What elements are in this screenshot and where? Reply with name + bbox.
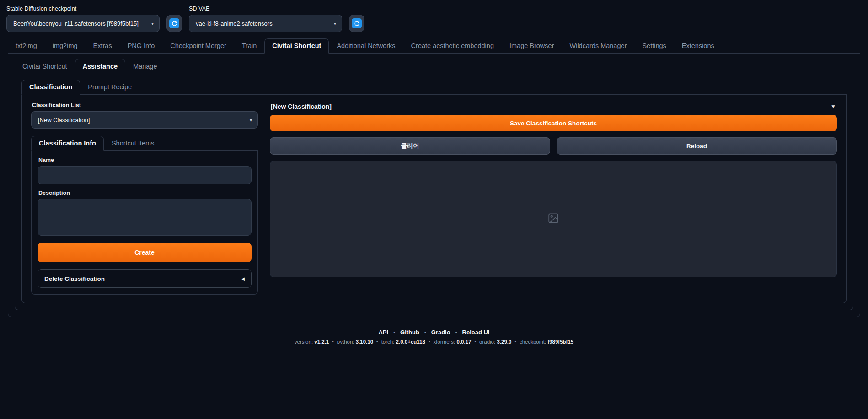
tab-settings[interactable]: Settings (634, 38, 674, 54)
xformers-value: 0.0.17 (457, 339, 472, 344)
tab-create-aesthetic-embedding[interactable]: Create aesthetic embedding (403, 38, 502, 54)
image-placeholder-icon (547, 212, 559, 226)
checkpoint-hash-value: f989f5bf15 (547, 339, 573, 344)
tab-shortcut-items[interactable]: Shortcut Items (104, 136, 162, 151)
vae-dropdown-value: vae-kl-f8-anime2.safetensors (196, 20, 273, 27)
description-label: Description (38, 190, 252, 196)
checkpoint-dropdown[interactable]: BeenYou\beenyou_r11.safetensors [f989f5b… (6, 15, 160, 32)
name-field[interactable] (38, 166, 252, 184)
separator-dot: • (393, 329, 395, 335)
subtab-manage[interactable]: Manage (125, 59, 165, 74)
api-link[interactable]: API (378, 329, 388, 336)
classification-shortcuts-accordion[interactable]: [New Classification] ▼ (271, 103, 836, 110)
name-label: Name (38, 157, 252, 163)
civitai-shortcut-panel: Civitai Shortcut Assistance Manage Class… (8, 54, 860, 317)
assistance-panel: Classification Prompt Recipe Classificat… (15, 74, 853, 310)
gradio-label: gradio: (479, 339, 495, 344)
subtab-assistance[interactable]: Assistance (75, 59, 126, 74)
classification-info-panel: Name Description Create Delete Classific… (31, 151, 258, 295)
vae-dropdown[interactable]: vae-kl-f8-anime2.safetensors ▾ (189, 15, 342, 32)
tab-txt2img[interactable]: txt2img (8, 38, 45, 54)
tab-img2img[interactable]: img2img (45, 38, 86, 54)
classification-list-dropdown-value: [New Classification] (38, 117, 90, 124)
separator-dot: • (455, 329, 457, 335)
gallery-actions-row: 클리어 Reload (270, 137, 837, 155)
github-link[interactable]: Github (400, 329, 419, 336)
tab-checkpoint-merger[interactable]: Checkpoint Merger (162, 38, 234, 54)
xformers-label: xformers: (433, 339, 455, 344)
main-tab-bar: txt2img img2img Extras PNG Info Checkpoi… (8, 38, 860, 54)
shortcuts-gallery[interactable] (270, 161, 837, 277)
create-button[interactable]: Create (38, 243, 252, 262)
classification-panel: Classification List [New Classification]… (21, 95, 847, 303)
tab-wildcards-manager[interactable]: Wildcards Manager (562, 38, 634, 54)
separator-dot: • (429, 339, 430, 344)
reload-ui-link[interactable]: Reload UI (462, 329, 490, 336)
refresh-icon (352, 18, 362, 28)
refresh-checkpoint-button[interactable] (166, 15, 182, 32)
footer-links: API•Github•Gradio•Reload UI (0, 329, 868, 336)
civitai-sub-tab-bar: Civitai Shortcut Assistance Manage (15, 59, 853, 74)
chevron-down-icon: ▾ (250, 118, 252, 123)
chevron-down-icon: ▾ (151, 21, 154, 26)
separator-dot: • (514, 339, 516, 344)
delete-classification-label: Delete Classification (44, 275, 105, 282)
refresh-vae-button[interactable] (349, 15, 364, 32)
footer: API•Github•Gradio•Reload UI version: v1.… (0, 329, 868, 344)
tab-image-browser[interactable]: Image Browser (502, 38, 562, 54)
delete-classification-accordion[interactable]: Delete Classification ◀ (38, 269, 252, 288)
tab-png-info[interactable]: PNG Info (120, 38, 163, 54)
classification-right-column: [New Classification] ▼ Save Classificati… (270, 102, 837, 295)
tab-civitai-shortcut[interactable]: Civitai Shortcut (264, 38, 329, 54)
accordion-collapsed-icon: ◀ (241, 276, 245, 281)
classification-left-column: Classification List [New Classification]… (31, 102, 258, 295)
assistance-tab-bar: Classification Prompt Recipe (21, 80, 847, 95)
classification-info-tab-bar: Classification Info Shortcut Items (31, 136, 258, 151)
tab-train[interactable]: Train (234, 38, 265, 54)
refresh-icon (169, 18, 179, 28)
tab-extensions[interactable]: Extensions (674, 38, 722, 54)
gradio-link[interactable]: Gradio (431, 329, 450, 336)
version-label: version: (295, 339, 313, 344)
save-classification-shortcuts-button[interactable]: Save Classification Shortcuts (270, 115, 837, 131)
top-bar: Stable Diffusion checkpoint BeenYou\been… (0, 0, 868, 32)
subtab-civitai-shortcut[interactable]: Civitai Shortcut (15, 59, 75, 74)
clear-button[interactable]: 클리어 (270, 137, 550, 155)
tab-classification[interactable]: Classification (21, 80, 80, 95)
separator-dot: • (376, 339, 378, 344)
footer-version-info: version: v1.2.1•python: 3.10.10•torch: 2… (0, 339, 868, 344)
tab-classification-info[interactable]: Classification Info (31, 136, 104, 151)
description-field[interactable] (38, 199, 252, 236)
checkpoint-label: Stable Diffusion checkpoint (6, 5, 160, 12)
classification-shortcuts-title: [New Classification] (271, 103, 332, 110)
checkpoint-group: Stable Diffusion checkpoint BeenYou\been… (6, 5, 160, 32)
tab-extras[interactable]: Extras (86, 38, 120, 54)
separator-dot: • (424, 329, 426, 335)
vae-group: SD VAE vae-kl-f8-anime2.safetensors ▾ (189, 5, 342, 32)
tab-prompt-recipe[interactable]: Prompt Recipe (80, 80, 139, 95)
checkpoint-dropdown-value: BeenYou\beenyou_r11.safetensors [f989f5b… (13, 20, 139, 27)
gradio-value: 3.29.0 (497, 339, 511, 344)
separator-dot: • (475, 339, 477, 344)
version-value: v1.2.1 (314, 339, 329, 344)
python-label: python: (337, 339, 354, 344)
accordion-expanded-icon: ▼ (830, 103, 836, 110)
python-value: 3.10.10 (356, 339, 373, 344)
chevron-down-icon: ▾ (334, 21, 336, 26)
reload-button[interactable]: Reload (557, 137, 837, 155)
torch-label: torch: (381, 339, 395, 344)
checkpoint-hash-label: checkpoint: (520, 339, 546, 344)
torch-value: 2.0.0+cu118 (396, 339, 425, 344)
classification-list-dropdown[interactable]: [New Classification] ▾ (31, 111, 258, 129)
classification-list-label: Classification List (32, 102, 258, 108)
vae-label: SD VAE (189, 5, 342, 12)
tab-additional-networks[interactable]: Additional Networks (329, 38, 403, 54)
separator-dot: • (332, 339, 334, 344)
